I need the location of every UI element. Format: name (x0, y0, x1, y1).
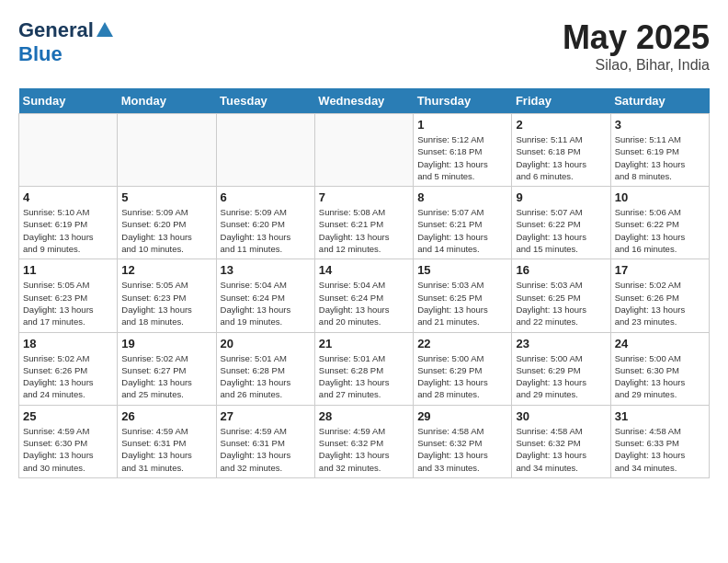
day-cell: 16Sunrise: 5:03 AM Sunset: 6:25 PM Dayli… (512, 259, 610, 332)
day-info: Sunrise: 5:12 AM Sunset: 6:18 PM Dayligh… (417, 133, 507, 182)
day-number: 20 (221, 337, 311, 350)
day-info: Sunrise: 5:06 AM Sunset: 6:22 PM Dayligh… (615, 206, 705, 255)
day-number: 18 (23, 337, 113, 350)
day-cell: 21Sunrise: 5:01 AM Sunset: 6:28 PM Dayli… (314, 332, 413, 405)
day-info: Sunrise: 5:07 AM Sunset: 6:21 PM Dayligh… (417, 206, 507, 255)
header-day-wednesday: Wednesday (314, 88, 413, 114)
header-row: SundayMondayTuesdayWednesdayThursdayFrid… (19, 88, 710, 114)
day-number: 31 (615, 409, 705, 423)
day-cell (216, 114, 314, 187)
day-cell (118, 114, 216, 187)
day-number: 8 (417, 190, 507, 204)
day-cell: 23Sunrise: 5:00 AM Sunset: 6:29 PM Dayli… (512, 332, 610, 405)
day-number: 25 (23, 409, 113, 423)
week-row-1: 4Sunrise: 5:10 AM Sunset: 6:19 PM Daylig… (19, 187, 710, 259)
day-info: Sunrise: 5:09 AM Sunset: 6:20 PM Dayligh… (221, 206, 311, 255)
calendar-body: 1Sunrise: 5:12 AM Sunset: 6:18 PM Daylig… (19, 114, 710, 478)
day-cell: 8Sunrise: 5:07 AM Sunset: 6:21 PM Daylig… (414, 187, 512, 259)
day-info: Sunrise: 4:58 AM Sunset: 6:32 PM Dayligh… (516, 425, 606, 474)
day-info: Sunrise: 4:59 AM Sunset: 6:31 PM Dayligh… (121, 425, 211, 474)
day-info: Sunrise: 5:00 AM Sunset: 6:29 PM Dayligh… (516, 352, 606, 401)
day-cell: 1Sunrise: 5:12 AM Sunset: 6:18 PM Daylig… (414, 114, 512, 187)
day-cell: 15Sunrise: 5:03 AM Sunset: 6:25 PM Dayli… (414, 259, 512, 332)
day-info: Sunrise: 4:59 AM Sunset: 6:31 PM Dayligh… (221, 425, 311, 474)
header-day-thursday: Thursday (414, 88, 512, 114)
day-info: Sunrise: 5:07 AM Sunset: 6:22 PM Dayligh… (516, 206, 606, 255)
day-info: Sunrise: 5:09 AM Sunset: 6:20 PM Dayligh… (121, 206, 211, 255)
day-info: Sunrise: 4:59 AM Sunset: 6:30 PM Dayligh… (23, 425, 113, 474)
day-info: Sunrise: 5:04 AM Sunset: 6:24 PM Dayligh… (221, 279, 311, 327)
day-number: 24 (615, 337, 705, 350)
day-cell: 7Sunrise: 5:08 AM Sunset: 6:21 PM Daylig… (314, 187, 413, 259)
day-number: 10 (615, 190, 705, 204)
day-cell (19, 114, 118, 187)
logo: General Blue (18, 18, 116, 66)
day-info: Sunrise: 5:03 AM Sunset: 6:25 PM Dayligh… (516, 279, 606, 327)
day-info: Sunrise: 5:00 AM Sunset: 6:30 PM Dayligh… (615, 352, 705, 401)
header-day-friday: Friday (512, 88, 610, 114)
day-number: 14 (319, 263, 409, 277)
logo-blue-text: Blue (18, 42, 63, 65)
day-cell: 3Sunrise: 5:11 AM Sunset: 6:19 PM Daylig… (610, 114, 709, 187)
day-number: 27 (221, 409, 311, 423)
day-info: Sunrise: 5:02 AM Sunset: 6:26 PM Dayligh… (615, 279, 705, 327)
day-number: 2 (516, 118, 606, 132)
day-info: Sunrise: 5:02 AM Sunset: 6:27 PM Dayligh… (121, 352, 211, 401)
day-cell: 19Sunrise: 5:02 AM Sunset: 6:27 PM Dayli… (118, 332, 216, 405)
page-header: General Blue May 2025 Silao, Bihar, Indi… (18, 18, 710, 74)
day-number: 23 (516, 337, 606, 350)
day-info: Sunrise: 5:00 AM Sunset: 6:29 PM Dayligh… (417, 352, 507, 401)
week-row-3: 18Sunrise: 5:02 AM Sunset: 6:26 PM Dayli… (19, 332, 710, 405)
logo-general-text: General (18, 18, 94, 42)
day-number: 26 (121, 409, 211, 423)
header-day-saturday: Saturday (610, 88, 709, 114)
day-info: Sunrise: 5:01 AM Sunset: 6:28 PM Dayligh… (221, 352, 311, 401)
day-number: 5 (121, 190, 211, 204)
day-cell: 14Sunrise: 5:04 AM Sunset: 6:24 PM Dayli… (314, 259, 413, 332)
week-row-0: 1Sunrise: 5:12 AM Sunset: 6:18 PM Daylig… (19, 114, 710, 187)
day-number: 16 (516, 263, 606, 277)
day-info: Sunrise: 5:05 AM Sunset: 6:23 PM Dayligh… (121, 279, 211, 327)
day-info: Sunrise: 5:04 AM Sunset: 6:24 PM Dayligh… (319, 279, 409, 327)
day-cell: 29Sunrise: 4:58 AM Sunset: 6:32 PM Dayli… (414, 405, 512, 477)
logo-icon (95, 20, 115, 40)
day-cell: 2Sunrise: 5:11 AM Sunset: 6:18 PM Daylig… (512, 114, 610, 187)
day-cell: 26Sunrise: 4:59 AM Sunset: 6:31 PM Dayli… (118, 405, 216, 477)
day-number: 3 (615, 118, 705, 132)
calendar-subtitle: Silao, Bihar, India (563, 57, 710, 74)
day-number: 21 (319, 337, 409, 350)
title-block: May 2025 Silao, Bihar, India (563, 18, 710, 74)
day-number: 1 (417, 118, 507, 132)
calendar-table: SundayMondayTuesdayWednesdayThursdayFrid… (18, 88, 710, 478)
week-row-4: 25Sunrise: 4:59 AM Sunset: 6:30 PM Dayli… (19, 405, 710, 477)
day-cell: 28Sunrise: 4:59 AM Sunset: 6:32 PM Dayli… (314, 405, 413, 477)
day-number: 15 (417, 263, 507, 277)
day-cell: 5Sunrise: 5:09 AM Sunset: 6:20 PM Daylig… (118, 187, 216, 259)
day-cell: 12Sunrise: 5:05 AM Sunset: 6:23 PM Dayli… (118, 259, 216, 332)
day-info: Sunrise: 5:01 AM Sunset: 6:28 PM Dayligh… (319, 352, 409, 401)
day-cell: 27Sunrise: 4:59 AM Sunset: 6:31 PM Dayli… (216, 405, 314, 477)
day-cell: 24Sunrise: 5:00 AM Sunset: 6:30 PM Dayli… (610, 332, 709, 405)
day-number: 7 (319, 190, 409, 204)
day-cell: 31Sunrise: 4:58 AM Sunset: 6:33 PM Dayli… (610, 405, 709, 477)
day-number: 11 (23, 263, 113, 277)
day-info: Sunrise: 5:11 AM Sunset: 6:19 PM Dayligh… (615, 133, 705, 182)
day-number: 29 (417, 409, 507, 423)
day-info: Sunrise: 4:58 AM Sunset: 6:33 PM Dayligh… (615, 425, 705, 474)
day-info: Sunrise: 4:59 AM Sunset: 6:32 PM Dayligh… (319, 425, 409, 474)
day-info: Sunrise: 4:58 AM Sunset: 6:32 PM Dayligh… (417, 425, 507, 474)
day-info: Sunrise: 5:11 AM Sunset: 6:18 PM Dayligh… (516, 133, 606, 182)
day-cell: 18Sunrise: 5:02 AM Sunset: 6:26 PM Dayli… (19, 332, 118, 405)
day-cell: 22Sunrise: 5:00 AM Sunset: 6:29 PM Dayli… (414, 332, 512, 405)
day-cell: 25Sunrise: 4:59 AM Sunset: 6:30 PM Dayli… (19, 405, 118, 477)
day-info: Sunrise: 5:05 AM Sunset: 6:23 PM Dayligh… (23, 279, 113, 327)
week-row-2: 11Sunrise: 5:05 AM Sunset: 6:23 PM Dayli… (19, 259, 710, 332)
header-day-monday: Monday (118, 88, 216, 114)
day-number: 13 (221, 263, 311, 277)
day-cell: 17Sunrise: 5:02 AM Sunset: 6:26 PM Dayli… (610, 259, 709, 332)
day-number: 22 (417, 337, 507, 350)
day-cell: 11Sunrise: 5:05 AM Sunset: 6:23 PM Dayli… (19, 259, 118, 332)
day-number: 28 (319, 409, 409, 423)
day-cell: 20Sunrise: 5:01 AM Sunset: 6:28 PM Dayli… (216, 332, 314, 405)
day-cell: 6Sunrise: 5:09 AM Sunset: 6:20 PM Daylig… (216, 187, 314, 259)
